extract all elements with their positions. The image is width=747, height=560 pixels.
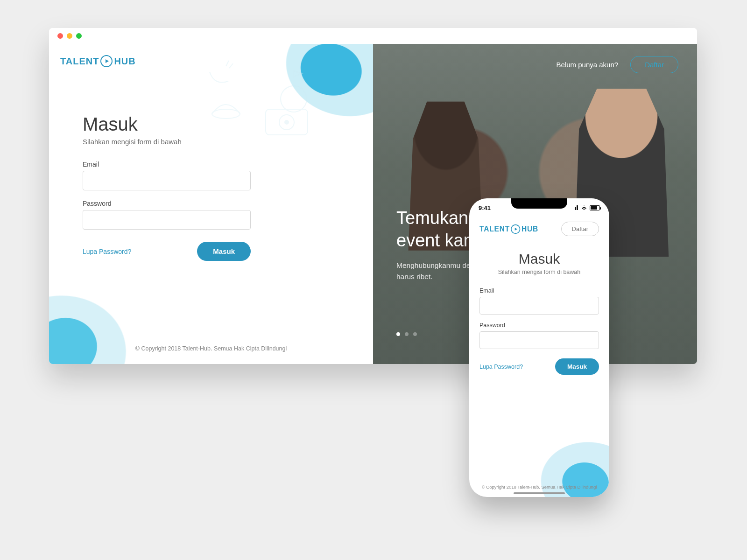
- play-ring-icon: [100, 55, 113, 67]
- brand-text-1: TALENT: [60, 56, 99, 67]
- copyright-text: © Copyright 2018 Talent-Hub. Semua Hak C…: [49, 345, 373, 352]
- window-minimize-icon[interactable]: [67, 33, 72, 39]
- login-title: Masuk: [83, 114, 269, 135]
- browser-titlebar: [49, 28, 697, 44]
- brand-logo-mobile[interactable]: TALENT HUB: [479, 224, 538, 233]
- home-indicator[interactable]: [514, 492, 565, 494]
- play-ring-icon: [511, 224, 520, 233]
- window-close-icon[interactable]: [57, 33, 63, 39]
- password-label-mobile: Password: [479, 322, 599, 329]
- svg-rect-1: [266, 109, 308, 135]
- svg-point-3: [285, 120, 289, 124]
- signup-button-mobile[interactable]: Daftar: [561, 222, 599, 236]
- password-label: Password: [83, 200, 269, 207]
- login-submit-button-mobile[interactable]: Masuk: [555, 358, 599, 375]
- login-title-mobile: Masuk: [479, 251, 599, 267]
- carousel-dots: [396, 332, 417, 336]
- email-input-mobile[interactable]: [479, 297, 599, 315]
- carousel-dot-1[interactable]: [396, 332, 400, 336]
- window-zoom-icon[interactable]: [76, 33, 82, 39]
- login-submit-button[interactable]: Masuk: [197, 242, 251, 261]
- signup-cta-group: Belum punya akun? Daftar: [557, 56, 678, 73]
- brand-logo[interactable]: TALENT HUB: [60, 55, 136, 67]
- email-label: Email: [83, 161, 269, 168]
- status-time: 9:41: [479, 204, 491, 211]
- decor-blob-top-right: [270, 44, 373, 131]
- forgot-password-link-mobile[interactable]: Lupa Password?: [479, 364, 523, 370]
- svg-point-2: [279, 115, 294, 130]
- carousel-dot-2[interactable]: [405, 332, 409, 336]
- wifi-icon: [581, 205, 587, 210]
- login-subtitle: Silahkan mengisi form di bawah: [83, 138, 269, 146]
- copyright-text-mobile: © Copyright 2018 Talent-Hub. Semua Hak C…: [469, 484, 609, 490]
- signup-prompt: Belum punya akun?: [557, 61, 619, 69]
- login-form: Masuk Silahkan mengisi form di bawah Ema…: [83, 114, 269, 261]
- carousel-dot-3[interactable]: [413, 332, 417, 336]
- login-pane: TALENT HUB Masuk Silahkan mengisi form d…: [49, 44, 373, 364]
- signup-button[interactable]: Daftar: [630, 56, 678, 73]
- email-input[interactable]: [83, 171, 251, 190]
- phone-mock: 9:41 TALENT HUB Daftar Masuk Silahkan me…: [469, 198, 609, 497]
- email-label-mobile: Email: [479, 287, 599, 294]
- brand-text-2: HUB: [114, 56, 135, 67]
- password-input[interactable]: [83, 210, 251, 230]
- forgot-password-link[interactable]: Lupa Password?: [83, 248, 131, 255]
- phone-notch: [504, 198, 574, 210]
- password-input-mobile[interactable]: [479, 331, 599, 349]
- battery-icon: [590, 205, 600, 210]
- login-subtitle-mobile: Silahkan mengisi form di bawah: [479, 269, 599, 275]
